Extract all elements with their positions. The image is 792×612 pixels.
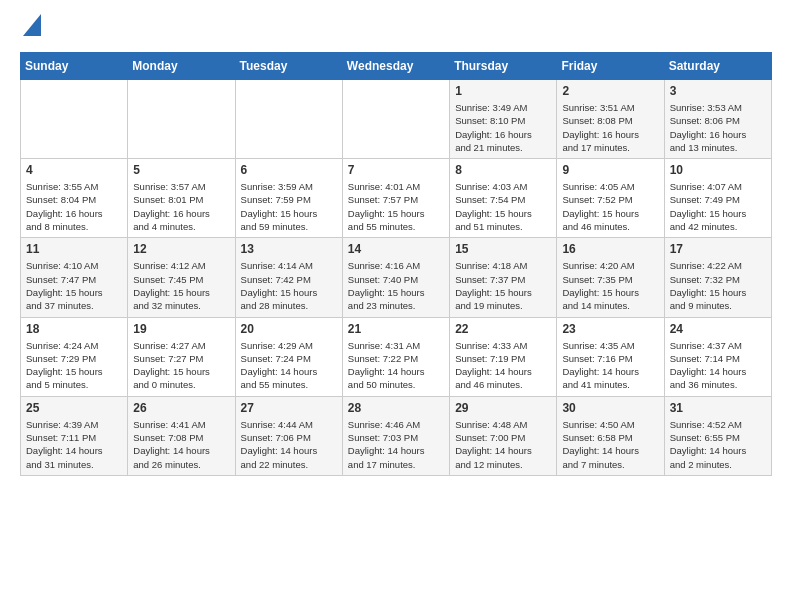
calendar-table: SundayMondayTuesdayWednesdayThursdayFrid… <box>20 52 772 476</box>
day-info: Sunrise: 3:53 AM Sunset: 8:06 PM Dayligh… <box>670 101 766 154</box>
day-info: Sunrise: 4:20 AM Sunset: 7:35 PM Dayligh… <box>562 259 658 312</box>
day-number: 28 <box>348 401 444 415</box>
calendar-cell <box>235 80 342 159</box>
day-number: 15 <box>455 242 551 256</box>
calendar-cell: 23Sunrise: 4:35 AM Sunset: 7:16 PM Dayli… <box>557 317 664 396</box>
day-info: Sunrise: 4:33 AM Sunset: 7:19 PM Dayligh… <box>455 339 551 392</box>
calendar-cell: 26Sunrise: 4:41 AM Sunset: 7:08 PM Dayli… <box>128 396 235 475</box>
calendar-cell: 6Sunrise: 3:59 AM Sunset: 7:59 PM Daylig… <box>235 159 342 238</box>
calendar-week-1: 1Sunrise: 3:49 AM Sunset: 8:10 PM Daylig… <box>21 80 772 159</box>
day-info: Sunrise: 4:48 AM Sunset: 7:00 PM Dayligh… <box>455 418 551 471</box>
day-info: Sunrise: 4:44 AM Sunset: 7:06 PM Dayligh… <box>241 418 337 471</box>
day-info: Sunrise: 3:55 AM Sunset: 8:04 PM Dayligh… <box>26 180 122 233</box>
day-number: 6 <box>241 163 337 177</box>
calendar-week-2: 4Sunrise: 3:55 AM Sunset: 8:04 PM Daylig… <box>21 159 772 238</box>
day-info: Sunrise: 4:46 AM Sunset: 7:03 PM Dayligh… <box>348 418 444 471</box>
weekday-header-saturday: Saturday <box>664 53 771 80</box>
day-number: 2 <box>562 84 658 98</box>
day-info: Sunrise: 3:59 AM Sunset: 7:59 PM Dayligh… <box>241 180 337 233</box>
day-number: 4 <box>26 163 122 177</box>
calendar-cell: 15Sunrise: 4:18 AM Sunset: 7:37 PM Dayli… <box>450 238 557 317</box>
calendar-week-3: 11Sunrise: 4:10 AM Sunset: 7:47 PM Dayli… <box>21 238 772 317</box>
calendar-cell: 9Sunrise: 4:05 AM Sunset: 7:52 PM Daylig… <box>557 159 664 238</box>
svg-marker-0 <box>23 14 41 36</box>
weekday-header-row: SundayMondayTuesdayWednesdayThursdayFrid… <box>21 53 772 80</box>
weekday-header-wednesday: Wednesday <box>342 53 449 80</box>
day-number: 8 <box>455 163 551 177</box>
calendar-cell: 29Sunrise: 4:48 AM Sunset: 7:00 PM Dayli… <box>450 396 557 475</box>
calendar-cell: 31Sunrise: 4:52 AM Sunset: 6:55 PM Dayli… <box>664 396 771 475</box>
calendar-cell: 4Sunrise: 3:55 AM Sunset: 8:04 PM Daylig… <box>21 159 128 238</box>
day-number: 20 <box>241 322 337 336</box>
day-number: 24 <box>670 322 766 336</box>
calendar-cell: 14Sunrise: 4:16 AM Sunset: 7:40 PM Dayli… <box>342 238 449 317</box>
day-info: Sunrise: 4:37 AM Sunset: 7:14 PM Dayligh… <box>670 339 766 392</box>
day-number: 26 <box>133 401 229 415</box>
calendar-cell: 11Sunrise: 4:10 AM Sunset: 7:47 PM Dayli… <box>21 238 128 317</box>
calendar-cell: 13Sunrise: 4:14 AM Sunset: 7:42 PM Dayli… <box>235 238 342 317</box>
day-info: Sunrise: 3:51 AM Sunset: 8:08 PM Dayligh… <box>562 101 658 154</box>
calendar-cell: 12Sunrise: 4:12 AM Sunset: 7:45 PM Dayli… <box>128 238 235 317</box>
day-number: 9 <box>562 163 658 177</box>
day-info: Sunrise: 4:07 AM Sunset: 7:49 PM Dayligh… <box>670 180 766 233</box>
weekday-header-friday: Friday <box>557 53 664 80</box>
day-number: 3 <box>670 84 766 98</box>
calendar-week-4: 18Sunrise: 4:24 AM Sunset: 7:29 PM Dayli… <box>21 317 772 396</box>
day-number: 19 <box>133 322 229 336</box>
day-info: Sunrise: 4:05 AM Sunset: 7:52 PM Dayligh… <box>562 180 658 233</box>
calendar-cell: 21Sunrise: 4:31 AM Sunset: 7:22 PM Dayli… <box>342 317 449 396</box>
day-number: 22 <box>455 322 551 336</box>
day-number: 17 <box>670 242 766 256</box>
calendar-cell: 28Sunrise: 4:46 AM Sunset: 7:03 PM Dayli… <box>342 396 449 475</box>
day-info: Sunrise: 4:12 AM Sunset: 7:45 PM Dayligh… <box>133 259 229 312</box>
calendar-cell: 27Sunrise: 4:44 AM Sunset: 7:06 PM Dayli… <box>235 396 342 475</box>
calendar-cell: 16Sunrise: 4:20 AM Sunset: 7:35 PM Dayli… <box>557 238 664 317</box>
day-number: 31 <box>670 401 766 415</box>
day-number: 14 <box>348 242 444 256</box>
calendar-cell: 19Sunrise: 4:27 AM Sunset: 7:27 PM Dayli… <box>128 317 235 396</box>
calendar-cell: 20Sunrise: 4:29 AM Sunset: 7:24 PM Dayli… <box>235 317 342 396</box>
weekday-header-thursday: Thursday <box>450 53 557 80</box>
calendar-cell: 18Sunrise: 4:24 AM Sunset: 7:29 PM Dayli… <box>21 317 128 396</box>
day-info: Sunrise: 4:16 AM Sunset: 7:40 PM Dayligh… <box>348 259 444 312</box>
calendar-cell <box>128 80 235 159</box>
calendar-cell: 2Sunrise: 3:51 AM Sunset: 8:08 PM Daylig… <box>557 80 664 159</box>
day-number: 7 <box>348 163 444 177</box>
day-number: 18 <box>26 322 122 336</box>
day-info: Sunrise: 4:35 AM Sunset: 7:16 PM Dayligh… <box>562 339 658 392</box>
calendar-cell <box>21 80 128 159</box>
logo <box>20 20 41 42</box>
day-number: 10 <box>670 163 766 177</box>
calendar-cell: 7Sunrise: 4:01 AM Sunset: 7:57 PM Daylig… <box>342 159 449 238</box>
calendar-cell: 25Sunrise: 4:39 AM Sunset: 7:11 PM Dayli… <box>21 396 128 475</box>
day-number: 23 <box>562 322 658 336</box>
day-info: Sunrise: 3:49 AM Sunset: 8:10 PM Dayligh… <box>455 101 551 154</box>
calendar-cell: 1Sunrise: 3:49 AM Sunset: 8:10 PM Daylig… <box>450 80 557 159</box>
day-number: 12 <box>133 242 229 256</box>
day-info: Sunrise: 4:41 AM Sunset: 7:08 PM Dayligh… <box>133 418 229 471</box>
day-info: Sunrise: 4:29 AM Sunset: 7:24 PM Dayligh… <box>241 339 337 392</box>
day-info: Sunrise: 4:10 AM Sunset: 7:47 PM Dayligh… <box>26 259 122 312</box>
day-info: Sunrise: 4:01 AM Sunset: 7:57 PM Dayligh… <box>348 180 444 233</box>
day-number: 27 <box>241 401 337 415</box>
day-info: Sunrise: 4:03 AM Sunset: 7:54 PM Dayligh… <box>455 180 551 233</box>
day-info: Sunrise: 4:31 AM Sunset: 7:22 PM Dayligh… <box>348 339 444 392</box>
calendar-cell: 30Sunrise: 4:50 AM Sunset: 6:58 PM Dayli… <box>557 396 664 475</box>
weekday-header-sunday: Sunday <box>21 53 128 80</box>
day-number: 13 <box>241 242 337 256</box>
day-number: 29 <box>455 401 551 415</box>
day-info: Sunrise: 4:22 AM Sunset: 7:32 PM Dayligh… <box>670 259 766 312</box>
day-number: 16 <box>562 242 658 256</box>
weekday-header-monday: Monday <box>128 53 235 80</box>
day-info: Sunrise: 4:39 AM Sunset: 7:11 PM Dayligh… <box>26 418 122 471</box>
day-number: 1 <box>455 84 551 98</box>
calendar-cell: 22Sunrise: 4:33 AM Sunset: 7:19 PM Dayli… <box>450 317 557 396</box>
day-number: 5 <box>133 163 229 177</box>
weekday-header-tuesday: Tuesday <box>235 53 342 80</box>
day-info: Sunrise: 4:50 AM Sunset: 6:58 PM Dayligh… <box>562 418 658 471</box>
day-info: Sunrise: 4:14 AM Sunset: 7:42 PM Dayligh… <box>241 259 337 312</box>
day-info: Sunrise: 4:18 AM Sunset: 7:37 PM Dayligh… <box>455 259 551 312</box>
calendar-cell: 3Sunrise: 3:53 AM Sunset: 8:06 PM Daylig… <box>664 80 771 159</box>
day-info: Sunrise: 4:52 AM Sunset: 6:55 PM Dayligh… <box>670 418 766 471</box>
day-number: 11 <box>26 242 122 256</box>
